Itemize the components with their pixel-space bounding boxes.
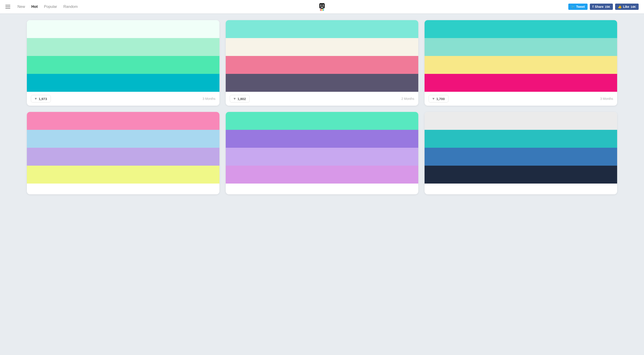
palette-card: ♥1,8022 Months: [226, 20, 418, 106]
main-content: ♥1,9733 Months♥1,8022 Months♥1,7003 Mont…: [0, 13, 644, 201]
like-count: 1,700: [436, 97, 445, 101]
palette-footer: [424, 184, 617, 194]
palette-footer: ♥1,9733 Months: [27, 92, 220, 106]
palette-like-button[interactable]: ♥1,973: [31, 95, 51, 102]
palette-colors: [226, 20, 418, 92]
tweet-button[interactable]: 🐦 Tweet: [568, 3, 588, 10]
share-button[interactable]: f Share 15K: [590, 3, 613, 10]
svg-rect-0: [319, 3, 325, 8]
svg-rect-7: [323, 9, 324, 11]
palette-card: [424, 112, 617, 194]
color-swatch[interactable]: [424, 38, 617, 56]
heart-icon: ♥: [432, 97, 435, 101]
header: NewHotPopularRandom 🐦 Tweet f S: [0, 0, 644, 13]
color-swatch[interactable]: [27, 56, 220, 74]
palette-colors: [226, 112, 418, 184]
nav-link-new[interactable]: New: [18, 4, 25, 9]
nav-link-hot[interactable]: Hot: [31, 4, 38, 9]
palette-grid: ♥1,9733 Months♥1,8022 Months♥1,7003 Mont…: [27, 20, 617, 194]
like-count: 14K: [630, 5, 636, 8]
color-swatch[interactable]: [27, 20, 220, 38]
logo[interactable]: [317, 2, 327, 12]
color-swatch[interactable]: [424, 56, 617, 74]
color-swatch[interactable]: [226, 166, 418, 184]
palette-like-button[interactable]: ♥1,700: [428, 95, 448, 102]
heart-icon: ♥: [234, 97, 236, 101]
time-label: 3 Months: [600, 97, 613, 100]
share-label: Share: [595, 5, 604, 8]
color-swatch[interactable]: [27, 38, 220, 56]
palette-colors: [27, 20, 220, 92]
header-right: 🐦 Tweet f Share 15K 👍 Like 14K: [568, 3, 639, 10]
time-label: 3 Months: [202, 97, 216, 100]
palette-card: ♥1,7003 Months: [424, 20, 617, 106]
color-swatch[interactable]: [27, 112, 220, 130]
color-swatch[interactable]: [424, 166, 617, 184]
color-swatch[interactable]: [424, 148, 617, 166]
palette-colors: [424, 112, 617, 184]
menu-icon[interactable]: [5, 5, 10, 8]
nav-link-popular[interactable]: Popular: [44, 4, 57, 9]
color-swatch[interactable]: [226, 130, 418, 148]
palette-card: [226, 112, 418, 194]
like-button[interactable]: 👍 Like 14K: [615, 3, 639, 10]
palette-card: [27, 112, 220, 194]
share-count: 15K: [605, 5, 610, 8]
color-swatch[interactable]: [27, 148, 220, 166]
palette-footer: ♥1,7003 Months: [424, 92, 617, 106]
color-swatch[interactable]: [424, 130, 617, 148]
header-left: NewHotPopularRandom: [5, 4, 78, 9]
twitter-icon: 🐦: [571, 5, 575, 8]
palette-footer: [27, 184, 220, 194]
color-swatch[interactable]: [424, 74, 617, 92]
svg-point-2: [323, 5, 324, 6]
color-swatch[interactable]: [226, 112, 418, 130]
like-label: Like: [623, 5, 629, 8]
color-swatch[interactable]: [226, 148, 418, 166]
palette-card: ♥1,9733 Months: [27, 20, 220, 106]
time-label: 2 Months: [401, 97, 414, 100]
palette-footer: ♥1,8022 Months: [226, 92, 418, 106]
svg-point-1: [320, 5, 322, 6]
thumbs-up-icon: 👍: [618, 5, 622, 8]
like-count: 1,802: [238, 97, 246, 101]
svg-rect-6: [321, 9, 323, 11]
color-swatch[interactable]: [27, 130, 220, 148]
color-swatch[interactable]: [424, 20, 617, 38]
palette-footer: [226, 184, 418, 194]
palette-colors: [424, 20, 617, 92]
svg-rect-5: [320, 9, 321, 11]
like-count: 1,973: [39, 97, 47, 101]
color-swatch[interactable]: [27, 74, 220, 92]
color-swatch[interactable]: [424, 112, 617, 130]
color-swatch[interactable]: [226, 74, 418, 92]
logo-svg: [317, 2, 327, 12]
color-swatch[interactable]: [226, 56, 418, 74]
heart-icon: ♥: [35, 97, 37, 101]
tweet-label: Tweet: [576, 5, 585, 8]
nav-links: NewHotPopularRandom: [18, 4, 78, 9]
nav-link-random[interactable]: Random: [63, 4, 78, 9]
facebook-icon: f: [592, 5, 594, 8]
color-swatch[interactable]: [226, 38, 418, 56]
palette-colors: [27, 112, 220, 184]
color-swatch[interactable]: [27, 166, 220, 184]
palette-like-button[interactable]: ♥1,802: [230, 95, 250, 102]
color-swatch[interactable]: [226, 20, 418, 38]
